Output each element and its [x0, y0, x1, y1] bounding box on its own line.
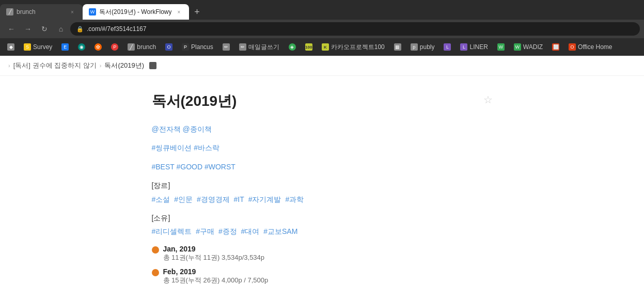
bookmark-wadiz-label: WADIZ	[523, 43, 543, 51]
genre-tags: #소설 #인문 #경영경제 #IT #자기계발 #과학	[152, 194, 493, 205]
tag-at-ebook[interactable]: @전자책	[152, 125, 181, 133]
bookmark-survey[interactable]: S Survey	[20, 42, 56, 52]
ownership-tags: #리디셀렉트 #구매 #증정 #대여 #교보SAM	[152, 226, 493, 237]
main-content: 독서(2019년) ☆ @전자책 @종이책 #씽큐베이션 #바스락 #BEST …	[142, 76, 503, 284]
tab-workflowy-close[interactable]: ×	[175, 8, 183, 16]
page-content: › [독서] 권수에 집중하지 않기 › 독서(2019년) 독서(2019년)…	[0, 56, 644, 284]
bookmark-orange1[interactable]: ✿	[90, 42, 106, 52]
bookmark-liner-icon[interactable]: L	[439, 42, 455, 52]
refresh-button[interactable]: ↻	[37, 22, 52, 36]
bookmark-daily-writing-icon: ✏	[239, 43, 246, 51]
tag-ridi[interactable]: #리디셀렉트	[152, 227, 192, 235]
tag-best[interactable]: #BEST	[152, 163, 175, 171]
breadcrumb: › [독서] 권수에 집중하지 않기 › 독서(2019년)	[0, 56, 644, 76]
bookmark-liner[interactable]: L LINER	[456, 42, 492, 52]
back-button[interactable]: ←	[4, 22, 19, 36]
address-bar: ← → ↻ ⌂ 🔒 .com/#/7ef3514c1167	[0, 20, 644, 38]
month-stats-jan: 총 11권(누적 11권) 3,534p/3,534p	[163, 253, 265, 262]
bookmark-brunch-label: brunch	[137, 43, 156, 51]
tag-gift[interactable]: #증정	[218, 227, 237, 235]
bookmark-100-icon: 100	[305, 43, 312, 51]
bookmark-teal1[interactable]: ◉	[74, 42, 89, 52]
month-bullet-jan	[152, 246, 159, 254]
bookmark-survey-icon: S	[24, 43, 31, 51]
breadcrumb-parent[interactable]: [독서] 권수에 집중하지 않기	[13, 61, 97, 70]
bookmark-pen[interactable]: ✏	[218, 42, 234, 52]
tag-worst[interactable]: #WORST	[205, 163, 235, 171]
tag-thinking[interactable]: #씽큐베이션	[152, 144, 192, 152]
month-title-feb[interactable]: Feb, 2019	[163, 267, 269, 276]
bookmark-orange1-icon: ✿	[95, 43, 102, 51]
bookmark-brunch[interactable]: ╱ brunch	[123, 42, 160, 52]
home-button[interactable]: ⌂	[54, 22, 68, 36]
month-bullet-feb	[152, 269, 159, 276]
bookmark-liner-icon2: L	[460, 43, 467, 51]
tab-bar: ╱ brunch × W 독서(2019년) - WorkFlowy × +	[0, 0, 644, 20]
month-content-feb: Feb, 2019 총 15권(누적 26권) 4,000p / 7,500p	[163, 267, 269, 284]
bookmark-kakao100-label: 카카오프로젝트100	[331, 43, 385, 52]
month-stats-feb: 총 15권(누적 26권) 4,000p / 7,500p	[163, 276, 269, 284]
ownership-label: [소유]	[152, 212, 493, 224]
bookmark-plancus-icon: P	[182, 43, 189, 51]
star-icon[interactable]: ☆	[483, 93, 493, 106]
tag-good[interactable]: #GOOD	[177, 163, 203, 171]
new-tab-button[interactable]: +	[189, 4, 205, 20]
bookmark-green1[interactable]: ◈	[285, 42, 300, 52]
tag-science[interactable]: #과학	[285, 195, 304, 203]
tag-at-paper[interactable]: @종이책	[183, 125, 212, 133]
tag-selfdev[interactable]: #자기계발	[248, 195, 281, 203]
bookmark-teal1-icon: ◉	[78, 43, 85, 51]
tag-it[interactable]: #IT	[234, 195, 244, 203]
bookmark-daily-writing[interactable]: ✏ 매일글쓰기	[235, 41, 284, 53]
tag-business[interactable]: #경영경제	[197, 195, 230, 203]
tag-basrak[interactable]: #바스락	[194, 144, 219, 152]
bookmark-100[interactable]: 100	[301, 42, 317, 52]
tab-brunch-title: brunch	[17, 8, 65, 15]
bookmark-publy[interactable]: p publy	[406, 42, 439, 52]
address-url-bar[interactable]: 🔒 .com/#/7ef3514c1167	[70, 22, 640, 36]
tab-brunch-favicon: ╱	[6, 8, 13, 15]
bookmark-oz[interactable]: O	[161, 42, 177, 52]
genre-label: [장르]	[152, 180, 493, 191]
bookmark-ms-icon[interactable]: ⬜	[548, 42, 563, 52]
tab-brunch-close[interactable]: ×	[68, 8, 76, 16]
forward-button[interactable]: →	[21, 22, 35, 36]
tag-kyobo[interactable]: #교보SAM	[263, 227, 297, 235]
bookmark-plancus[interactable]: P Plancus	[178, 42, 217, 52]
lock-icon: 🔒	[76, 26, 84, 33]
bookmark-kakao100[interactable]: K 카카오프로젝트100	[318, 41, 389, 53]
bookmark-pen-icon: ✏	[223, 43, 230, 51]
bookmark-blue1[interactable]: E	[57, 42, 73, 52]
bookmark-wadiz-icon[interactable]: W	[493, 42, 509, 52]
bookmark-design[interactable]: ◆	[3, 42, 19, 52]
tag-buy[interactable]: #구매	[196, 227, 214, 235]
hashtags2-line: #BEST #GOOD #WORST	[152, 161, 493, 172]
bookmark-green1-icon: ◈	[289, 43, 296, 51]
bookmarks-bar: ◆ S Survey E ◉ ✿ P ╱ brunch O	[0, 38, 644, 56]
bookmark-red1[interactable]: P	[107, 42, 122, 52]
tag-novel[interactable]: #소설	[152, 195, 170, 203]
bookmark-grid[interactable]: ▦	[390, 42, 405, 52]
breadcrumb-icon: ›	[8, 62, 10, 69]
bookmark-liner-favicon: L	[444, 43, 451, 51]
bookmark-publy-label: publy	[420, 43, 435, 51]
browser-chrome: ╱ brunch × W 독서(2019년) - WorkFlowy × + ←…	[0, 0, 644, 56]
tag-rent[interactable]: #대여	[241, 227, 260, 235]
bookmark-survey-label: Survey	[33, 43, 52, 51]
bookmark-wadiz-favicon: W	[497, 43, 505, 51]
genre-section: [장르] #소설 #인문 #경영경제 #IT #자기계발 #과학	[152, 180, 493, 205]
bookmark-oz-icon: O	[165, 43, 172, 51]
bookmark-wadiz[interactable]: W WADIZ	[510, 42, 547, 52]
meta-tags-line: @전자책 @종이책	[152, 123, 493, 135]
breadcrumb-current: 독서(2019년)	[104, 61, 144, 70]
tag-humanities[interactable]: #인문	[174, 195, 193, 203]
tab-brunch[interactable]: ╱ brunch ×	[0, 4, 83, 20]
bookmark-office-home[interactable]: O Office Home	[564, 42, 616, 52]
month-title-jan[interactable]: Jan, 2019	[163, 245, 265, 253]
bookmark-plancus-label: Plancus	[191, 43, 213, 51]
bookmark-office-home-icon: O	[569, 43, 576, 51]
tab-workflowy[interactable]: W 독서(2019년) - WorkFlowy ×	[83, 4, 189, 20]
month-entry-jan: Jan, 2019 총 11권(누적 11권) 3,534p/3,534p	[152, 245, 493, 262]
bookmark-ms-favicon: ⬜	[552, 43, 559, 51]
bookmark-office-home-label: Office Home	[578, 43, 612, 51]
